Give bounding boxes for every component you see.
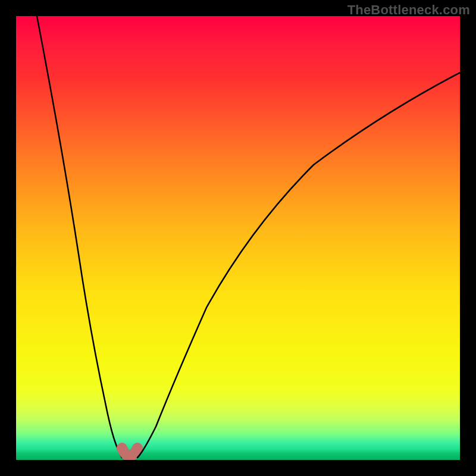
chart-frame: TheBottleneck.com	[0, 0, 476, 476]
right-curve	[137, 73, 460, 458]
plot-area	[16, 16, 460, 460]
watermark-text: TheBottleneck.com	[347, 2, 470, 18]
curve-layer	[16, 16, 460, 460]
valley-floor-mark	[122, 448, 137, 456]
left-curve	[37, 16, 122, 458]
